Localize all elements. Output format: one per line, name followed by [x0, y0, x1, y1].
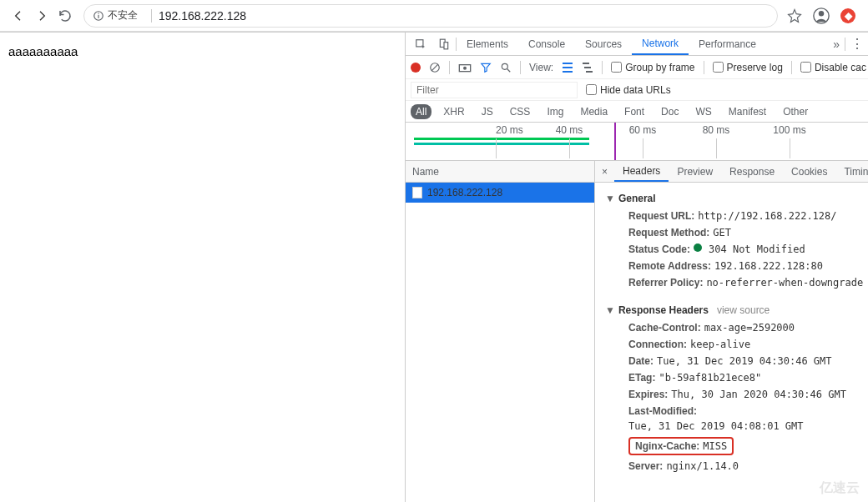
view-source-link[interactable]: view source	[717, 304, 770, 316]
clear-icon[interactable]	[429, 62, 441, 73]
section-response-headers[interactable]: ▼Response Headersview source	[605, 304, 770, 316]
info-icon	[93, 10, 104, 22]
devtools-tab-console[interactable]: Console	[518, 33, 575, 55]
type-filter-ws[interactable]: WS	[690, 104, 716, 119]
disable-cache-checkbox[interactable]: Disable cac	[800, 62, 866, 73]
svg-point-4	[819, 11, 824, 16]
header-row: ETag: "b-59af81b21ece8"	[628, 369, 864, 386]
bookmark-star-icon[interactable]	[785, 6, 805, 26]
divider	[449, 61, 450, 74]
svg-rect-2	[98, 13, 98, 13]
svg-rect-14	[583, 63, 589, 64]
svg-rect-7	[444, 42, 448, 48]
view-label: View:	[529, 62, 553, 73]
timeline-tick: 60 ms	[629, 124, 657, 136]
devtools-panel: ElementsConsoleSourcesNetworkPerformance…	[405, 32, 868, 502]
hide-data-urls-checkbox[interactable]: Hide data URLs	[586, 84, 671, 96]
timeline-tick: 100 ms	[773, 124, 805, 136]
close-detail-icon[interactable]: ×	[598, 166, 611, 178]
request-row[interactable]: 192.168.222.128	[406, 183, 594, 203]
page-body-text: aaaaaaaaaa	[8, 44, 396, 58]
svg-line-9	[431, 63, 438, 70]
type-filter-font[interactable]: Font	[619, 104, 649, 119]
profile-icon[interactable]	[811, 6, 831, 26]
type-filter-doc[interactable]: Doc	[656, 104, 684, 119]
timeline-cursor[interactable]	[614, 123, 616, 160]
header-row: Last-Modified: Tue, 31 Dec 2019 04:08:01…	[628, 403, 864, 434]
forward-button[interactable]	[30, 4, 53, 28]
devtools-tab-sources[interactable]: Sources	[575, 33, 632, 55]
devtools-tab-performance[interactable]: Performance	[689, 33, 766, 55]
extension-icon[interactable]: ◆	[838, 6, 858, 26]
type-filter-xhr[interactable]: XHR	[438, 104, 469, 119]
screenshot-icon[interactable]	[458, 63, 472, 73]
timeline-tick: 20 ms	[496, 124, 523, 136]
detail-tab-cookies[interactable]: Cookies	[783, 161, 835, 182]
divider	[602, 61, 603, 74]
filter-input[interactable]	[411, 82, 578, 98]
document-icon	[412, 187, 422, 198]
list-view-icon[interactable]	[562, 62, 573, 73]
device-icon[interactable]	[432, 33, 456, 56]
group-by-frame-checkbox[interactable]: Group by frame	[611, 62, 694, 73]
timeline-tick: 40 ms	[556, 124, 583, 136]
page-viewport: aaaaaaaaaa	[0, 32, 405, 502]
record-button[interactable]	[411, 63, 421, 73]
back-button[interactable]	[7, 4, 30, 28]
svg-line-13	[507, 68, 511, 72]
type-filter-js[interactable]: JS	[477, 104, 498, 119]
header-row: Status Code: 304 Not Modified	[628, 241, 864, 258]
header-row: Date: Tue, 31 Dec 2019 04:30:46 GMT	[628, 353, 864, 369]
detail-tab-response[interactable]: Response	[721, 161, 783, 182]
timeline-gridline	[643, 138, 643, 158]
security-chip[interactable]: 不安全	[93, 8, 138, 23]
detail-tabbar: × HeadersPreviewResponseCookiesTiming	[595, 161, 868, 183]
request-list: Name 192.168.222.128	[406, 161, 595, 502]
header-row: Request Method: GET	[628, 224, 864, 241]
detail-tab-timing[interactable]: Timing	[835, 161, 868, 182]
security-label: 不安全	[108, 8, 138, 23]
network-split: Name 192.168.222.128 × HeadersPreviewRes…	[406, 161, 868, 502]
detail-tab-preview[interactable]: Preview	[669, 161, 721, 182]
section-general[interactable]: ▼General	[605, 193, 656, 204]
timeline-gridline	[716, 138, 717, 158]
main-area: aaaaaaaaaa ElementsConsoleSourcesNetwork…	[0, 32, 868, 502]
divider	[791, 61, 792, 74]
timeline-overview[interactable]: 20 ms40 ms60 ms80 ms100 ms	[406, 123, 868, 161]
kebab-icon[interactable]: ⋮	[850, 36, 864, 52]
watermark: 亿速云	[820, 479, 860, 497]
filter-row: Hide data URLs	[406, 79, 868, 101]
type-filter-all[interactable]: All	[411, 104, 431, 119]
timeline-gridline	[496, 138, 497, 158]
request-column-header[interactable]: Name	[406, 161, 594, 183]
devtools-tab-elements[interactable]: Elements	[457, 33, 518, 55]
svg-rect-16	[586, 71, 593, 73]
detail-tab-headers[interactable]: Headers	[614, 161, 669, 182]
type-filter-manifest[interactable]: Manifest	[724, 104, 771, 119]
type-filter-other[interactable]: Other	[778, 104, 813, 119]
header-row: Remote Address: 192.168.222.128:80	[628, 258, 864, 274]
timeline-gridline	[790, 138, 790, 158]
header-row: Request URL: http://192.168.222.128/	[628, 208, 864, 224]
divider	[151, 9, 152, 23]
header-row: Nginx-Cache: MISS	[628, 434, 864, 458]
divider	[704, 61, 704, 74]
preserve-log-checkbox[interactable]: Preserve log	[713, 62, 783, 73]
filter-icon[interactable]	[480, 62, 492, 73]
devtools-tab-network[interactable]: Network	[632, 33, 689, 55]
timeline-bar	[414, 138, 589, 140]
timeline-gridline	[569, 138, 570, 158]
type-filter-media[interactable]: Media	[575, 104, 613, 119]
type-filter-img[interactable]: Img	[542, 104, 568, 119]
header-row: Cache-Control: max-age=2592000	[628, 319, 864, 336]
more-tabs-icon[interactable]: »	[833, 38, 840, 51]
waterfall-view-icon[interactable]	[582, 62, 593, 73]
inspect-icon[interactable]	[409, 33, 432, 56]
type-filter-css[interactable]: CSS	[505, 104, 536, 119]
url-text: 192.168.222.128	[159, 9, 246, 23]
header-row: Connection: keep-alive	[628, 336, 864, 353]
reload-button[interactable]	[53, 4, 77, 28]
toolbar-right: ◆	[785, 6, 861, 26]
search-icon[interactable]	[500, 62, 512, 73]
address-bar[interactable]: 不安全 192.168.222.128	[83, 4, 778, 28]
